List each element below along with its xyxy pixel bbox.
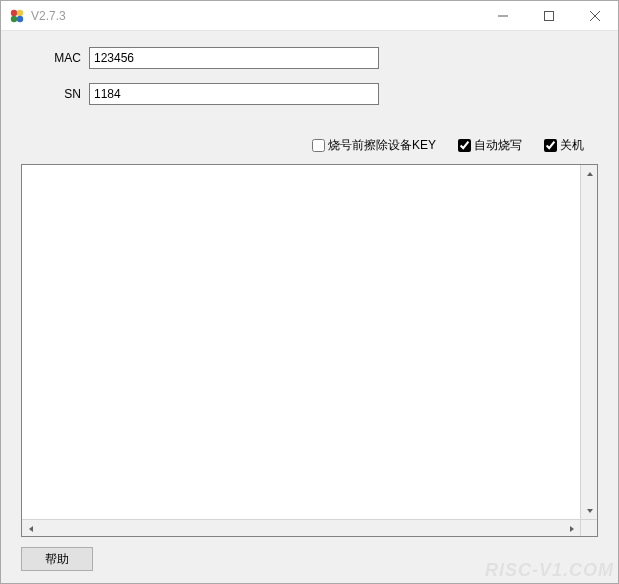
svg-rect-5: [545, 11, 554, 20]
erase-key-checkbox[interactable]: 烧号前擦除设备KEY: [312, 137, 436, 154]
scroll-corner: [580, 519, 597, 536]
svg-point-3: [17, 15, 23, 21]
mac-row: MAC: [21, 47, 598, 69]
close-button[interactable]: [572, 1, 618, 31]
maximize-button[interactable]: [526, 1, 572, 31]
sn-input[interactable]: [89, 83, 379, 105]
scroll-up-icon[interactable]: [581, 165, 598, 182]
shutdown-checkbox[interactable]: 关机: [544, 137, 584, 154]
svg-point-1: [17, 9, 23, 15]
titlebar: V2.7.3: [1, 1, 618, 31]
minimize-button[interactable]: [480, 1, 526, 31]
app-window: V2.7.3 MAC SN 烧号前擦除设备KEY 自动烧写: [0, 0, 619, 584]
footer: 帮助: [21, 547, 598, 571]
auto-burn-checkbox[interactable]: 自动烧写: [458, 137, 522, 154]
erase-key-input[interactable]: [312, 139, 325, 152]
erase-key-label: 烧号前擦除设备KEY: [328, 137, 436, 154]
sn-row: SN: [21, 83, 598, 105]
scroll-left-icon[interactable]: [22, 520, 39, 537]
vertical-scrollbar[interactable]: [580, 165, 597, 519]
window-title: V2.7.3: [31, 9, 66, 23]
client-area: MAC SN 烧号前擦除设备KEY 自动烧写 关机: [1, 31, 618, 583]
scroll-right-icon[interactable]: [563, 520, 580, 537]
mac-label: MAC: [21, 51, 81, 65]
auto-burn-label: 自动烧写: [474, 137, 522, 154]
horizontal-scrollbar[interactable]: [22, 519, 580, 536]
shutdown-label: 关机: [560, 137, 584, 154]
log-content[interactable]: [22, 165, 580, 519]
checkbox-row: 烧号前擦除设备KEY 自动烧写 关机: [21, 137, 584, 154]
svg-point-2: [11, 15, 17, 21]
scroll-down-icon[interactable]: [581, 502, 598, 519]
mac-input[interactable]: [89, 47, 379, 69]
svg-point-0: [11, 9, 17, 15]
auto-burn-input[interactable]: [458, 139, 471, 152]
help-button[interactable]: 帮助: [21, 547, 93, 571]
sn-label: SN: [21, 87, 81, 101]
log-box: [21, 164, 598, 537]
app-icon: [9, 8, 25, 24]
shutdown-input[interactable]: [544, 139, 557, 152]
